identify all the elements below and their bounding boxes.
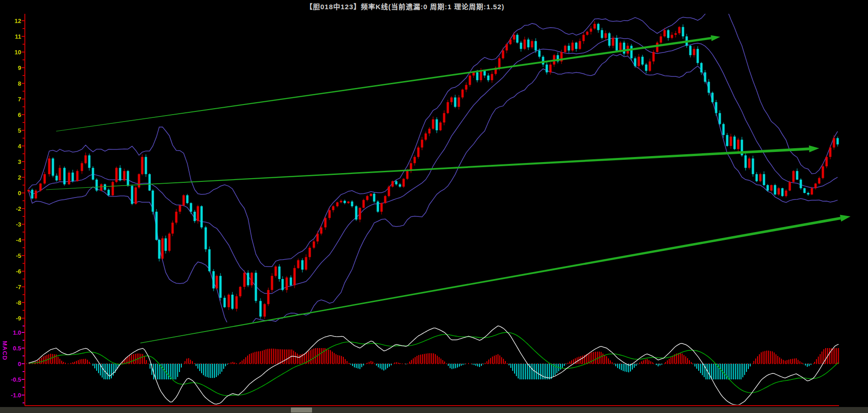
bollinger-middle-line bbox=[29, 38, 838, 293]
svg-text:-4: -4 bbox=[16, 237, 21, 244]
svg-text:2: 2 bbox=[18, 174, 21, 181]
svg-text:3: 3 bbox=[18, 158, 21, 165]
trend-arrow-head-3 bbox=[840, 215, 851, 221]
bollinger-upper-line bbox=[29, 6, 838, 267]
svg-text:8: 8 bbox=[18, 80, 21, 87]
svg-text:-3: -3 bbox=[16, 221, 21, 228]
trend-arrow-shaft-2 bbox=[46, 147, 809, 190]
bollinger-lower-line bbox=[29, 54, 838, 338]
trend-arrow-head-1 bbox=[711, 35, 720, 41]
svg-text:10: 10 bbox=[15, 49, 21, 56]
horizontal-scrollbar-thumb[interactable] bbox=[291, 407, 312, 413]
macd-pane bbox=[26, 326, 839, 405]
svg-text:-0.5: -0.5 bbox=[11, 376, 21, 383]
svg-text:1.0: 1.0 bbox=[13, 329, 21, 336]
kline-app-window: 【胆018中123】频率K线(当前遗漏:0 周期:1 理论周期:1.52) 12… bbox=[0, 0, 868, 413]
svg-text:7: 7 bbox=[18, 96, 21, 103]
svg-text:-9: -9 bbox=[16, 315, 21, 322]
svg-text:-7: -7 bbox=[16, 284, 21, 291]
svg-text:-1.0: -1.0 bbox=[11, 392, 21, 399]
svg-text:9: 9 bbox=[18, 64, 21, 71]
svg-text:0: 0 bbox=[18, 361, 21, 367]
x-axis-line bbox=[25, 405, 839, 406]
svg-text:-2: -2 bbox=[16, 205, 21, 212]
main-price-pane bbox=[28, 6, 839, 338]
kline-chart[interactable]: 121110987654320-2-3-4-5-6-7-8-91.00.50-0… bbox=[0, 0, 868, 413]
candlestick-series bbox=[28, 21, 839, 319]
y-axis-line bbox=[24, 14, 25, 406]
svg-text:0.5: 0.5 bbox=[13, 345, 21, 352]
svg-text:4: 4 bbox=[18, 143, 22, 150]
svg-text:-8: -8 bbox=[16, 299, 21, 306]
y-axis-labels: 121110987654320-2-3-4-5-6-7-8-91.00.50-0… bbox=[11, 17, 25, 404]
svg-text:0: 0 bbox=[18, 190, 21, 197]
horizontal-scrollbar-track[interactable] bbox=[0, 407, 868, 413]
svg-text:6: 6 bbox=[18, 111, 21, 118]
svg-text:-6: -6 bbox=[16, 268, 21, 275]
macd-pane-label: MACD bbox=[1, 341, 8, 361]
axis-frame bbox=[24, 14, 839, 406]
svg-text:11: 11 bbox=[15, 33, 21, 40]
svg-text:12: 12 bbox=[15, 17, 21, 24]
trend-arrows[interactable] bbox=[46, 35, 851, 343]
trend-arrow-head-2 bbox=[809, 145, 819, 152]
trend-arrow-shaft-1 bbox=[56, 37, 712, 131]
svg-text:5: 5 bbox=[18, 127, 21, 134]
svg-text:-5: -5 bbox=[16, 252, 21, 259]
bollinger-bands bbox=[29, 6, 838, 338]
